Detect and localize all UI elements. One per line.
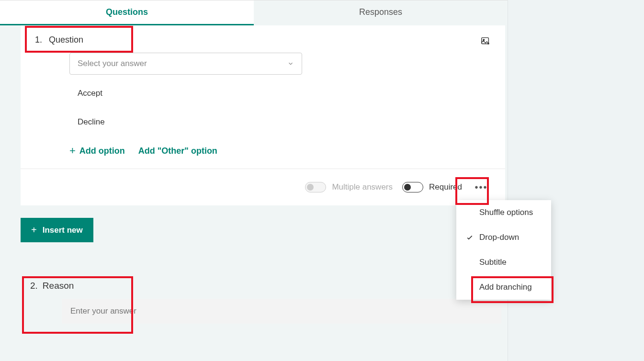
answer-input[interactable] bbox=[62, 299, 501, 324]
multiple-answers-toggle[interactable] bbox=[305, 182, 326, 192]
checkmark-icon bbox=[466, 234, 474, 241]
menu-subtitle[interactable]: Subtitle bbox=[456, 250, 551, 275]
multiple-answers-label: Multiple answers bbox=[332, 182, 393, 192]
more-options-button[interactable]: ••• bbox=[472, 178, 491, 197]
option-input[interactable]: Accept bbox=[69, 82, 282, 104]
menu-shuffle-options[interactable]: Shuffle options bbox=[456, 200, 551, 225]
plus-icon: + bbox=[31, 225, 37, 236]
side-panel bbox=[508, 0, 644, 361]
question-card-1: 1. Select your answer Accept bbox=[21, 25, 505, 205]
question-card-2[interactable]: 2. Reason bbox=[21, 269, 505, 324]
add-option-button[interactable]: + Add option bbox=[69, 145, 125, 157]
question-title: Reason bbox=[43, 281, 74, 291]
ellipsis-icon: ••• bbox=[475, 182, 487, 193]
question-title-input[interactable] bbox=[49, 35, 192, 45]
form-editor: Questions Responses 1. Select your answe… bbox=[0, 0, 508, 361]
insert-new-label: Insert new bbox=[43, 226, 83, 235]
menu-dropdown[interactable]: Drop-down bbox=[456, 225, 551, 250]
insert-new-button[interactable]: + Insert new bbox=[21, 218, 93, 242]
plus-icon: + bbox=[69, 145, 76, 157]
menu-add-branching[interactable]: Add branching bbox=[456, 275, 551, 300]
option-input[interactable]: Decline bbox=[69, 111, 282, 133]
tabs-bar: Questions Responses bbox=[0, 0, 508, 25]
add-option-label: Add option bbox=[79, 146, 125, 156]
required-label: Required bbox=[429, 182, 462, 192]
select-placeholder: Select your answer bbox=[78, 59, 147, 68]
tab-questions[interactable]: Questions bbox=[0, 0, 254, 25]
chevron-down-icon bbox=[287, 60, 294, 67]
more-options-menu: Shuffle options Drop-down Subtitle Add b… bbox=[456, 200, 551, 300]
question-number: 1. bbox=[35, 35, 42, 45]
tab-responses[interactable]: Responses bbox=[254, 0, 508, 25]
select-answer-dropdown[interactable]: Select your answer bbox=[69, 53, 302, 75]
add-other-option-button[interactable]: Add "Other" option bbox=[138, 146, 217, 156]
question-number: 2. bbox=[30, 281, 38, 291]
required-toggle[interactable] bbox=[402, 182, 423, 192]
insert-media-icon[interactable] bbox=[480, 36, 491, 46]
